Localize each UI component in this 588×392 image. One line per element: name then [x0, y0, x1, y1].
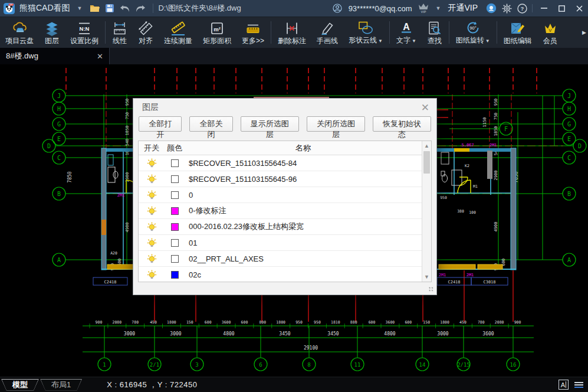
toolbar-button-scale-ratio[interactable]: N:N设置比例 — [65, 17, 104, 48]
svg-text:N:N: N:N — [80, 25, 90, 32]
toolbar-button-linear-dim[interactable]: 线性 — [107, 17, 133, 48]
layer-color-cell[interactable] — [165, 239, 185, 247]
app-menu-chevron-icon[interactable]: ▼ — [77, 5, 83, 11]
account-email[interactable]: 93******0@qq.com — [349, 4, 412, 13]
customer-service-icon[interactable] — [484, 0, 499, 17]
layer-color-swatch[interactable] — [171, 175, 179, 183]
status-menu-icon[interactable] — [574, 382, 583, 388]
open-vip-link[interactable]: 开通VIP — [448, 3, 478, 14]
undo-icon[interactable] — [117, 0, 133, 17]
toolbar-button-shape-cloud[interactable]: 形状云线▼ — [343, 17, 388, 48]
layer-row[interactable]: 02c — [139, 267, 422, 282]
layer-visibility-bulb-icon[interactable] — [139, 254, 165, 264]
tab-drawing[interactable]: 8#楼.dwg ✕ — [0, 48, 110, 64]
layer-visibility-bulb-icon[interactable] — [139, 222, 165, 232]
open-folder-icon[interactable] — [87, 0, 102, 17]
layer-dialog-button-3[interactable]: 关闭所选图层 — [307, 116, 365, 132]
redo-icon[interactable] — [133, 0, 148, 17]
tab-model[interactable]: 模型 — [1, 379, 39, 391]
scroll-down-icon[interactable]: ▼ — [422, 273, 431, 281]
layer-color-cell[interactable] — [165, 255, 185, 263]
svg-text:450: 450 — [459, 320, 467, 325]
toolbar-button-rect-area[interactable]: m²矩形面积 — [198, 17, 236, 48]
close-button[interactable] — [570, 0, 588, 17]
svg-text:1810: 1810 — [331, 320, 340, 325]
layer-row[interactable]: 000-2016.02.23修改板上结构梁宽 — [139, 219, 422, 235]
toolbar-separator — [105, 21, 106, 44]
layer-color-cell[interactable] — [165, 207, 185, 215]
toolbar-button-drawing-edit[interactable]: 图纸编辑 — [498, 17, 537, 48]
layer-row[interactable]: $RECOVER_151103155645-96 — [139, 171, 422, 187]
layer-color-cell[interactable] — [165, 223, 185, 231]
settings-gear-icon[interactable] — [499, 0, 514, 17]
vip-chevron-icon[interactable]: ▼ — [436, 5, 441, 11]
layer-row[interactable]: 01 — [139, 235, 422, 251]
toolbar-button-layers[interactable]: 图层 — [39, 17, 65, 48]
layer-color-cell[interactable] — [165, 175, 185, 183]
toolbar-overflow-arrow-icon[interactable]: ▶ — [582, 30, 588, 35]
toolbar-button-more-measure[interactable]: 更多>> — [236, 17, 270, 48]
layer-dialog-button-1[interactable]: 全部关闭 — [189, 116, 232, 132]
layer-color-cell[interactable] — [165, 271, 185, 279]
svg-text:14: 14 — [419, 362, 426, 368]
layer-color-swatch[interactable] — [171, 159, 179, 167]
layer-color-swatch[interactable] — [171, 207, 179, 215]
layer-visibility-bulb-icon[interactable] — [139, 158, 165, 168]
minimize-button[interactable] — [535, 0, 553, 17]
layer-dialog-button-2[interactable]: 显示所选图层 — [241, 116, 299, 132]
svg-text:?: ? — [520, 6, 524, 12]
toolbar-button-cloud-drive[interactable]: 项目云盘 — [0, 17, 39, 48]
layer-visibility-bulb-icon[interactable] — [139, 206, 165, 216]
vip-crown-icon[interactable]: VIP — [416, 0, 431, 17]
tab-close-icon[interactable]: ✕ — [97, 52, 103, 61]
account-icon[interactable] — [330, 0, 345, 17]
scroll-up-icon[interactable]: ▲ — [422, 142, 431, 150]
layer-scrollbar[interactable]: ▲ ▼ — [422, 141, 431, 282]
layer-row[interactable]: 02__PRT_ALL_AXES — [139, 251, 422, 267]
layer-row[interactable]: $RECOVER_151103155645-84 — [139, 155, 422, 171]
layer-color-swatch[interactable] — [171, 255, 179, 263]
toolbar-button-continuous-measure[interactable]: 连续测量 — [159, 17, 198, 48]
layer-visibility-bulb-icon[interactable] — [139, 238, 165, 248]
layer-name: 01 — [185, 239, 422, 247]
svg-text:950: 950 — [314, 320, 321, 325]
layer-visibility-bulb-icon[interactable] — [139, 270, 165, 280]
layer-color-swatch[interactable] — [171, 191, 179, 199]
svg-text:3600: 3600 — [222, 320, 231, 325]
panda-cad-logo[interactable]: CAD — [4, 3, 15, 14]
svg-text:900: 900 — [514, 320, 521, 325]
layer-row[interactable]: 0-修改标注 — [139, 203, 422, 219]
layer-dialog-button-0[interactable]: 全部打开 — [139, 116, 182, 132]
layer-dialog-button-4[interactable]: 恢复初始状态 — [373, 116, 431, 132]
text-cursor-indicator-icon[interactable]: A — [559, 380, 569, 390]
layer-color-swatch[interactable] — [171, 271, 179, 279]
column-header-color: 颜色 — [165, 143, 185, 153]
dialog-resize-grip[interactable] — [429, 287, 434, 292]
svg-text:950: 950 — [440, 195, 447, 200]
layer-color-swatch[interactable] — [171, 223, 179, 231]
layer-visibility-bulb-icon[interactable] — [139, 190, 165, 200]
scroll-thumb[interactable] — [423, 151, 430, 174]
layer-visibility-bulb-icon[interactable] — [139, 174, 165, 184]
svg-text:2/1: 2/1 — [150, 362, 159, 368]
save-icon[interactable] — [102, 0, 117, 17]
toolbar-button-find[interactable]: 查找 — [422, 17, 448, 48]
svg-text:1: 1 — [103, 362, 106, 368]
help-icon[interactable]: ? — [514, 0, 530, 17]
toolbar-button-freehand[interactable]: 手画线 — [311, 17, 343, 48]
toolbar-button-delete-annotation[interactable]: 删除标注 — [272, 17, 311, 48]
toolbar-button-label: 连续测量 — [164, 37, 192, 45]
svg-text:1850: 1850 — [494, 126, 498, 136]
layer-color-cell[interactable] — [165, 159, 185, 167]
toolbar-button-rotate[interactable]: 90°图纸旋转▼ — [451, 17, 495, 48]
layer-color-cell[interactable] — [165, 191, 185, 199]
toolbar-button-aligned-dim[interactable]: 对齐 — [133, 17, 159, 48]
dropdown-chevron-icon: ▼ — [485, 38, 490, 44]
toolbar-button-member[interactable]: V会员 — [537, 17, 563, 48]
layer-row[interactable]: 0 — [139, 187, 422, 203]
tab-layout1[interactable]: 布局1 — [40, 379, 82, 391]
toolbar-button-text[interactable]: A文字▼ — [391, 17, 422, 48]
maximize-button[interactable] — [553, 0, 570, 17]
dialog-close-icon[interactable]: ✕ — [421, 102, 429, 114]
layer-color-swatch[interactable] — [171, 239, 179, 247]
